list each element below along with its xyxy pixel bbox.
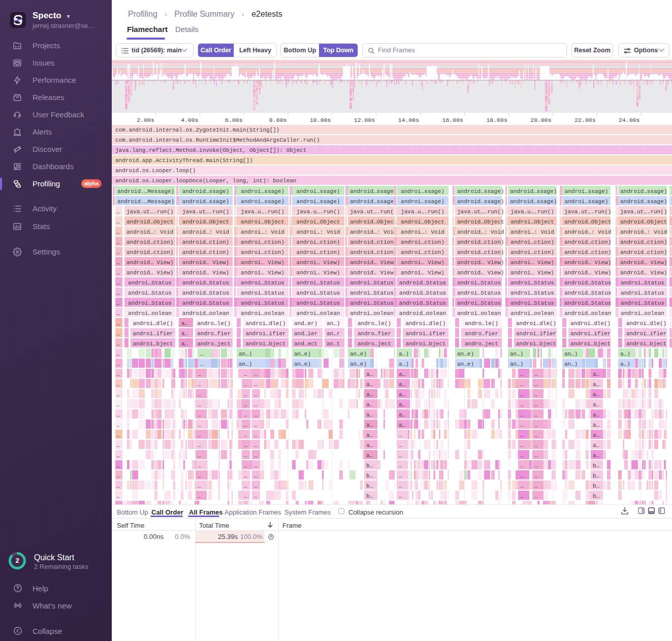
svg-text:18.00s: 18.00s	[486, 117, 507, 123]
svg-text:10.00s: 10.00s	[310, 117, 331, 123]
svg-text:6.00s: 6.00s	[225, 117, 243, 123]
svg-text:12.00s: 12.00s	[354, 117, 375, 123]
svg-text:24.00s: 24.00s	[619, 117, 639, 123]
svg-text:20.00s: 20.00s	[530, 117, 551, 123]
svg-text:22.00s: 22.00s	[574, 117, 595, 123]
svg-text:8.00s: 8.00s	[269, 117, 287, 123]
svg-text:14.00s: 14.00s	[398, 117, 419, 123]
svg-text:16.00s: 16.00s	[442, 117, 463, 123]
svg-text:4.00s: 4.00s	[181, 117, 199, 123]
svg-text:2.00s: 2.00s	[137, 117, 154, 123]
